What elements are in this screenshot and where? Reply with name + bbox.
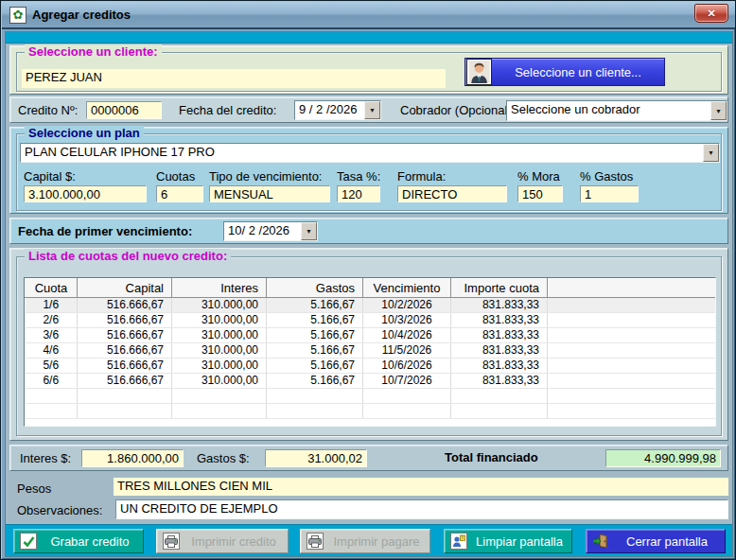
formula-value[interactable]: DIRECTO: [397, 185, 507, 202]
installment-cell: 5.166,67: [267, 343, 363, 359]
installment-cell: 5.166,67: [267, 313, 363, 328]
observations-label: Observaciones:: [17, 503, 102, 517]
print-pagare-button[interactable]: Imprimir pagare: [300, 529, 430, 553]
plan-select[interactable]: PLAN CELULAR IPHONE 17 PRO ▼: [20, 143, 720, 163]
select-client-label: Seleccione un cliente...: [492, 65, 664, 79]
installment-cell: 5.166,67: [267, 298, 363, 313]
installment-cell: [548, 359, 717, 374]
observations-input[interactable]: UN CREDITO DE EJEMPLO: [115, 499, 728, 519]
capital-value[interactable]: 3.100.000,00: [24, 185, 147, 202]
installment-cell: 831.833,33: [451, 374, 548, 389]
collector-select[interactable]: Seleccione un cobrador ▼: [506, 100, 727, 121]
installment-cell: 1/6: [26, 298, 78, 313]
client-section: Seleccione un cliente: PEREZ JUAN Selecc…: [9, 45, 728, 95]
plan-section-title: Seleccione un plan: [25, 126, 144, 141]
installment-row[interactable]: 4/6516.666,67310.000,005.166,6711/5/2026…: [26, 343, 717, 359]
clear-screen-label: Limpiar pantalla: [473, 534, 566, 549]
empty-grid-row: [26, 389, 717, 404]
installment-row[interactable]: 1/6516.666,67310.000,005.166,6710/2/2026…: [26, 298, 717, 313]
formula-label: Formula:: [397, 169, 446, 184]
gastos-pct-value[interactable]: 1: [580, 185, 639, 202]
installments-grid[interactable]: CuotaCapitalInteresGastosVencimientoImpo…: [24, 277, 716, 427]
plan-selected-value: PLAN CELULAR IPHONE 17 PRO: [21, 144, 703, 162]
print-credit-button[interactable]: Imprimir credito: [156, 529, 289, 553]
first-due-picker[interactable]: 10/ 2 /2026 ▼: [223, 221, 318, 241]
installment-cell: 10/4/2026: [363, 328, 451, 343]
column-header: Cuota: [26, 279, 78, 298]
installment-cell: 10/6/2026: [363, 359, 451, 374]
installment-row[interactable]: 6/6516.666,67310.000,005.166,6710/7/2026…: [26, 374, 717, 389]
totals-row: Interes $: 1.860.000,00 Gastos $: 31.000…: [9, 445, 728, 471]
printer-icon: [163, 533, 180, 550]
tasa-value[interactable]: 120: [337, 185, 380, 202]
credit-date-value: 9 / 2 /2026: [295, 101, 364, 119]
credit-number-input[interactable]: 0000006: [86, 101, 162, 119]
first-due-row: Fecha de primer vencimiento: 10/ 2 /2026…: [9, 218, 728, 244]
first-due-dropdown-icon[interactable]: ▼: [301, 222, 317, 240]
collector-value: Seleccione un cobrador: [507, 101, 710, 120]
empty-cell: [548, 389, 717, 404]
installment-cell: [548, 298, 717, 313]
installment-cell: 2/6: [26, 313, 78, 328]
interest-label: Interes $:: [20, 451, 71, 465]
close-icon: ✕: [707, 8, 715, 20]
dialog-agregar-creditos: ✿ Agregar creditos ✕ Seleccione un clien…: [0, 0, 736, 560]
installment-cell: 831.833,33: [451, 298, 548, 313]
close-button[interactable]: ✕: [694, 4, 728, 23]
installment-cell: 831.833,33: [451, 328, 548, 343]
client-name-display: PEREZ JUAN: [22, 69, 446, 88]
save-credit-label: Grabar credito: [43, 534, 137, 549]
credit-date-dropdown-icon[interactable]: ▼: [364, 101, 380, 119]
installment-cell: 5/6: [26, 359, 78, 374]
installment-row[interactable]: 2/6516.666,67310.000,005.166,6710/3/2026…: [26, 313, 717, 328]
installment-cell: 310.000,00: [172, 313, 267, 328]
installment-cell: [548, 328, 717, 343]
installment-cell: 310.000,00: [172, 328, 267, 343]
credit-date-picker[interactable]: 9 / 2 /2026 ▼: [294, 100, 381, 120]
mora-label: % Mora: [517, 169, 560, 184]
column-header: Interes: [172, 279, 267, 298]
svg-text:T: T: [462, 535, 464, 540]
installment-cell: 831.833,33: [451, 359, 548, 374]
clear-screen-button[interactable]: T Limpiar pantalla: [444, 529, 572, 553]
pesos-words-display: TRES MILLONES CIEN MIL: [114, 478, 728, 496]
credit-date-label: Fecha del credito:: [179, 103, 276, 117]
client-avatar-icon: [466, 59, 492, 85]
cuotas-value[interactable]: 6: [156, 185, 203, 202]
select-client-button[interactable]: Seleccione un cliente...: [464, 58, 665, 86]
first-due-value: 10/ 2 /2026: [224, 222, 301, 240]
installment-row[interactable]: 3/6516.666,67310.000,005.166,6710/4/2026…: [26, 328, 717, 343]
cuotas-label: Cuotas: [156, 169, 195, 184]
installments-section: Lista de cuotas del nuevo credito: Cuota…: [9, 248, 728, 441]
installment-cell: 516.666,67: [78, 328, 172, 343]
print-pagare-label: Imprimir pagare: [329, 534, 424, 549]
app-clover-icon: ✿: [9, 7, 26, 24]
collector-dropdown-icon[interactable]: ▼: [710, 101, 727, 120]
vencimiento-tipo-value[interactable]: MENSUAL: [209, 185, 330, 202]
installment-cell: [548, 374, 717, 389]
installment-cell: 516.666,67: [78, 298, 172, 313]
close-screen-button[interactable]: Cerrar pantalla: [586, 529, 726, 553]
empty-cell: [267, 404, 363, 419]
empty-cell: [451, 404, 548, 419]
expenses-label: Gastos $:: [197, 451, 250, 465]
installment-cell: 310.000,00: [172, 298, 267, 313]
installment-cell: 5.166,67: [267, 374, 363, 389]
installment-cell: 516.666,67: [78, 374, 172, 389]
installment-cell: 4/6: [26, 343, 78, 359]
capital-label: Capital $:: [24, 169, 76, 184]
installment-cell: 310.000,00: [172, 374, 267, 389]
empty-cell: [26, 404, 78, 419]
first-due-label: Fecha de primer vencimiento:: [18, 224, 192, 238]
tasa-label: Tasa %:: [337, 169, 380, 184]
column-header-filler: [548, 279, 717, 298]
plan-dropdown-icon[interactable]: ▼: [703, 144, 719, 162]
installment-row[interactable]: 5/6516.666,67310.000,005.166,6710/6/2026…: [26, 359, 717, 374]
installment-cell: 11/5/2026: [363, 343, 451, 359]
collector-label: Cobrador (Opcional):: [400, 103, 515, 117]
save-credit-button[interactable]: Grabar credito: [13, 529, 144, 553]
mora-value[interactable]: 150: [517, 185, 563, 202]
total-financed-value: 4.990.999,98: [605, 449, 721, 467]
empty-cell: [78, 404, 172, 419]
empty-cell: [172, 404, 267, 419]
